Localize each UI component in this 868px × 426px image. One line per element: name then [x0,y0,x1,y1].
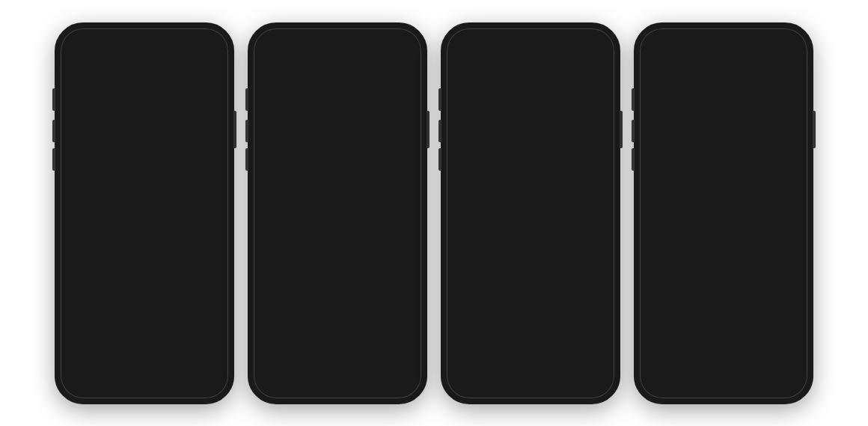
faq-link[interactable]: visit the FAQ page. [316,257,379,265]
group-avatar[interactable] [688,165,716,194]
svg-rect-76 [538,273,542,276]
svg-rect-45 [560,228,564,231]
reading-list-item[interactable]: Add to Reading List ∞ [646,267,801,293]
url-bar[interactable]: paypal.com [655,52,800,65]
find-on-page-item[interactable]: Find on Page ⌕ [646,346,801,371]
svg-rect-79 [516,280,519,284]
timeframe-selector[interactable]: 24H 1W 1M 1Y ALL [61,179,228,195]
svg-rect-68 [568,258,572,261]
favorites-item[interactable]: Add to Favorites ☆ [646,320,801,346]
next-arrow[interactable]: › [406,382,409,395]
phone-3: 9:41 ▪▪▪ WiFi 🔋 ✓ Account info confirmed… [441,22,620,404]
browser-back[interactable]: ‹ [647,52,651,66]
avatar-namazzi: N Namazzi [761,165,789,216]
svg-rect-23 [516,198,519,201]
send-option[interactable]: ➤ Send To an external BTC address or Pay… [71,307,218,344]
svg-rect-59 [575,243,579,246]
p1-header: ← Bitcoin $39,381.00 ▲ $102.93 (1.32%) P… [61,49,228,118]
step-1: Step 1 Scan your photo ID [266,125,409,170]
bookmark-item[interactable]: Add Bookmark ⊟ [646,293,801,320]
find-icon: ⌕ [785,353,791,365]
share-address-text: My Bitcoin address: bc1vvM9tE5ezaxe3PnKw… [682,131,807,148]
messages-label: Messages [685,255,712,261]
close-btn-2[interactable]: ✕ [400,50,411,67]
namazzi-avatar[interactable]: N [761,165,789,194]
svg-rect-71 [538,265,542,269]
step2-desc: Scan your face to verify your ID [312,210,409,232]
btc-price-4: $39,381.00 [650,85,797,105]
svg-rect-24 [531,198,534,201]
how-crypto-link[interactable]: How receiving crypto works [480,382,581,391]
signal-icon-3: ▪▪▪ [567,37,575,45]
svg-rect-41 [508,228,512,231]
messages-icon[interactable] [685,225,712,252]
receive-option[interactable]: ⊞ Receive By sharing your BTC address [71,349,218,385]
airdrop-icon[interactable] [650,225,677,252]
step1-desc: Scan your photo ID [312,136,382,146]
svg-rect-39 [575,220,579,224]
svg-rect-67 [553,258,557,261]
svg-rect-31 [493,220,497,224]
edit-actions-link[interactable]: Edit Actions... [650,381,705,392]
terms-link[interactable]: ID Verification Agreement [278,290,363,298]
tf-all[interactable]: ALL [165,182,186,192]
wifi-icon: WiFi [191,37,205,45]
bookmark-icon: ⊟ [782,300,791,312]
svg-rect-35 [538,220,542,224]
svg-rect-72 [545,265,549,269]
prev-arrow[interactable]: ‹ [266,382,269,395]
svg-rect-77 [553,273,557,276]
sheet-close-btn[interactable]: ✕ [208,284,218,298]
jessica-avatar[interactable]: J [650,165,679,194]
svg-rect-26 [516,205,519,209]
svg-rect-65 [516,258,519,261]
svg-rect-82 [560,280,564,284]
time-1: 9:41 [73,37,89,46]
svg-text:N: N [761,234,768,246]
battery-icon-2: 🔋 [401,35,409,43]
svg-point-90 [700,183,712,190]
news-icon[interactable]: N [754,225,780,252]
close-btn-3[interactable]: ✕ [594,159,604,174]
svg-point-4 [281,144,288,151]
paypal-logo: PayPal [513,290,548,302]
dot-1 [321,371,336,374]
svg-rect-86 [688,165,716,194]
address-actions: ⎘ Copy ↑ Share [495,336,566,374]
phone-4: 9:41 ▪▪▪ WiFi 🔋 ‹ paypal.com Bi [634,22,813,404]
mail-icon[interactable] [719,225,746,252]
copy-icon: ⎘ [495,336,522,363]
copy-action[interactable]: ⎘ Copy [495,336,522,374]
svg-rect-73 [560,265,564,269]
dot-2 [339,371,354,374]
qr-area: ₿ PayPal bc1vvM9tE5ezaxe3PnkwYWYpuSygVjT… [447,179,614,398]
edit-actions-row: Edit Actions... [640,374,807,397]
back-button-1[interactable]: ← [71,49,218,65]
svg-point-92 [662,242,665,245]
svg-rect-53 [568,235,572,239]
svg-rect-25 [538,198,542,201]
agree-continue-btn[interactable]: Agree and Continue [266,308,409,335]
svg-rect-46 [486,235,489,239]
svg-rect-64 [560,250,564,254]
receive-desc: By sharing your BTC address [109,368,197,375]
signal-icon-2: ▪▪▪ [374,35,382,43]
share-icon: ↑ [540,336,566,363]
svg-rect-44 [545,228,549,231]
share-sheet: P My Bitcoin address: bc1vvM9tE5ezaxe3Pn… [640,119,807,398]
copy-label: Copy [499,366,516,374]
currency-label-1: Bitcoin [71,67,218,77]
p4-btc-header: Bitcoin $39,381.00 ▲ $102.93 (1.32%) Pas… [640,73,807,119]
svg-rect-70 [523,265,527,269]
news-app: N News [754,225,780,261]
khulu-avatar[interactable]: K [725,165,754,194]
svg-rect-95 [724,234,741,246]
svg-rect-29 [538,213,542,216]
tf-1w[interactable]: 1W [97,182,117,192]
tf-24h[interactable]: 24H [71,182,93,192]
cancel-btn[interactable]: Cancel [266,339,409,359]
tf-1m[interactable]: 1M [120,182,139,192]
mail-app: Mail [719,225,746,261]
tf-1y[interactable]: 1Y [144,182,161,192]
share-action[interactable]: ↑ Share [540,336,566,374]
